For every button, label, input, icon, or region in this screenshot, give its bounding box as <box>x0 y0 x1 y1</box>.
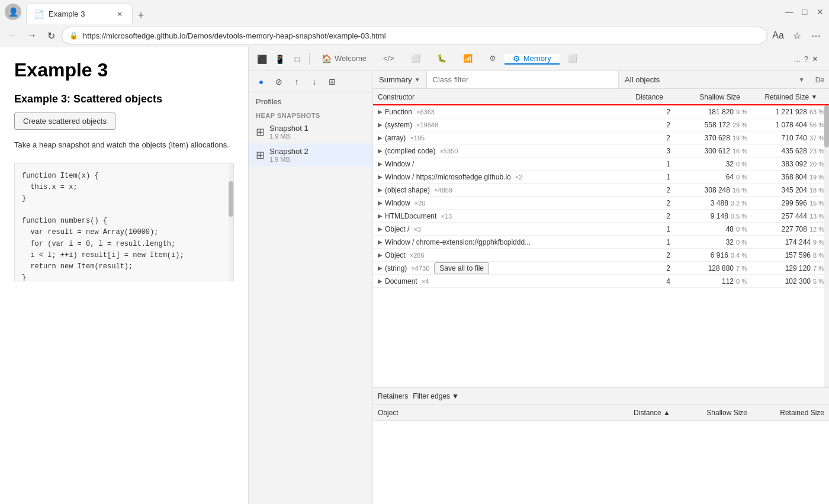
retainers-col-shallow[interactable]: Shallow Size <box>675 409 752 417</box>
window-controls: — □ ✕ <box>785 8 824 16</box>
save-all-to-file-button[interactable]: Save all to file <box>434 262 489 274</box>
navigation-bar: ← → ↻ 🔒 https://microsoftedge.github.io/… <box>0 24 829 47</box>
page-subtitle: Example 3: Scattered objects <box>14 93 234 105</box>
tab-performance[interactable]: ⚙ <box>481 54 505 65</box>
table-row[interactable]: ▶Window ×20 2 3 4880.2 % 299 59615 % <box>373 197 829 210</box>
load-profile-button[interactable]: ↓ <box>307 74 322 89</box>
memory-table-body: ▶Function ×6363 2 181 8209 % 1 221 92863… <box>373 105 829 387</box>
retainers-col-object: Object <box>373 409 628 417</box>
tab-favicon: 📄 <box>34 9 44 19</box>
summary-dropdown[interactable]: Summary ▼ <box>373 71 427 88</box>
tab-elements[interactable]: ⬜ <box>403 54 429 65</box>
devtools-close-icon[interactable]: ✕ <box>812 54 818 63</box>
header-shallow[interactable]: Shallow Size <box>668 93 745 101</box>
browser-tab[interactable]: 📄 Example 3 ✕ <box>26 4 133 24</box>
distance-sort-icon: ▲ <box>663 409 670 417</box>
more-tabs-button[interactable]: ... ? ✕ <box>788 54 824 65</box>
table-row[interactable]: ▶Window / 1 320 % 383 09220 % <box>373 158 829 171</box>
memory-toolbar: ● ⊘ ↑ ↓ ⊞ <box>249 71 372 92</box>
retainers-body-header: Object Distance ▲ Shallow Size Retained … <box>373 405 829 421</box>
retainers-header: Retainers Filter edges ▼ <box>373 388 829 405</box>
header-retained[interactable]: Retained Size ▼ <box>745 93 822 101</box>
close-button[interactable]: ✕ <box>816 8 824 16</box>
devtools-main: ● ⊘ ↑ ↓ ⊞ Profiles HEAP SNAPSHOTS ⊞ Snap… <box>249 71 829 504</box>
retainers-col-distance[interactable]: Distance ▲ <box>628 409 675 417</box>
more-button[interactable]: ⋯ <box>808 27 824 44</box>
tab-network[interactable]: 📶 <box>455 54 481 65</box>
header-distance[interactable]: Distance <box>621 93 668 101</box>
record-heap-snapshot-button[interactable]: ● <box>253 74 269 89</box>
reload-button[interactable]: ↻ <box>43 27 59 44</box>
table-row[interactable]: ▶Window / chrome-extension://gpphkfbcpid… <box>373 236 829 249</box>
code-line: this.x = x; <box>22 182 226 193</box>
collect-garbage-button[interactable]: ⊞ <box>324 74 340 89</box>
table-row[interactable]: ▶(compiled code) ×5350 3 300 61216 % 435… <box>373 145 829 158</box>
memory-main-view: Summary ▼ All objects ▼ De Constr <box>373 71 829 504</box>
table-row[interactable]: ▶Function ×6363 2 181 8209 % 1 221 92863… <box>373 105 829 118</box>
code-line: var result = new Array(10000); <box>22 227 226 238</box>
maximize-button[interactable]: □ <box>801 8 809 16</box>
table-row[interactable]: ▶(string) ×4730Save all to file 2 128 88… <box>373 262 829 275</box>
tab-bar: 📄 Example 3 ✕ + <box>26 0 780 24</box>
back-button[interactable]: ← <box>5 27 21 44</box>
snapshot-icon: ⊞ <box>256 126 265 139</box>
devtools-top-toolbar: ⬛ 📱 □ 🏠 Welcome </> ⬜ <box>249 47 829 71</box>
tab-welcome[interactable]: 🏠 Welcome <box>313 54 375 65</box>
tab-close-button[interactable]: ✕ <box>114 9 125 20</box>
page-content: Example 3 Example 3: Scattered objects C… <box>0 47 249 504</box>
header-constructor: Constructor <box>373 93 621 101</box>
sidebar-item-snapshot1[interactable]: ⊞ Snapshot 1 1.9 MB <box>249 120 372 143</box>
address-bar[interactable]: 🔒 https://microsoftedge.github.io/Demos/… <box>62 27 767 44</box>
code-line: function numbers() { <box>22 216 226 227</box>
memory-table-container: Constructor Distance Shallow Size Retain… <box>373 89 829 387</box>
table-row[interactable]: ▶(array) ×195 2 370 62819 % 710 74037 % <box>373 131 829 145</box>
inspect-element-button[interactable]: ⬛ <box>253 51 270 68</box>
table-row[interactable]: ▶Object ×286 2 6 9160.4 % 157 5968 % <box>373 249 829 262</box>
toolbar-separator <box>309 53 310 65</box>
take-snapshot-button[interactable]: ↑ <box>289 74 304 89</box>
detail-toggle[interactable]: De <box>811 76 829 84</box>
filter-edges-arrow: ▼ <box>452 392 459 400</box>
memory-icon: ⚙ <box>513 54 520 63</box>
minimize-button[interactable]: — <box>785 8 793 16</box>
class-filter-input[interactable] <box>427 71 619 88</box>
tab-sources[interactable]: </> <box>375 54 403 65</box>
favorites-button[interactable]: ☆ <box>789 27 805 44</box>
create-scattered-objects-button[interactable]: Create scattered objects <box>14 113 115 130</box>
code-line <box>22 204 226 216</box>
page-description: Take a heap snapshot and watch the objec… <box>14 139 234 151</box>
table-row[interactable]: ▶Object / ×3 1 480 % 227 70812 % <box>373 223 829 236</box>
sidebar-toggle-button[interactable]: □ <box>289 51 306 68</box>
tab-memory[interactable]: ⚙ Memory <box>505 54 560 65</box>
main-area: Example 3 Example 3: Scattered objects C… <box>0 47 829 504</box>
code-line: function Item(x) { <box>22 171 226 182</box>
devtools-sidebar: ● ⊘ ↑ ↓ ⊞ Profiles HEAP SNAPSHOTS ⊞ Snap… <box>249 71 373 504</box>
sidebar-item-snapshot2[interactable]: ⊞ Snapshot 2 1.9 MB <box>249 143 372 166</box>
device-toolbar-button[interactable]: 📱 <box>271 51 288 68</box>
all-objects-dropdown[interactable]: All objects ▼ <box>619 75 811 84</box>
new-tab-button[interactable]: + <box>133 7 149 24</box>
snapshot-size: 1.9 MB <box>269 133 309 140</box>
retainers-section: Retainers Filter edges ▼ Object Distance… <box>373 387 829 504</box>
table-row[interactable]: ▶(object shape) ×4859 2 308 24816 % 345 … <box>373 184 829 197</box>
forward-button[interactable]: → <box>24 27 40 44</box>
table-row[interactable]: ▶Window / https://microsoftedge.github.i… <box>373 171 829 184</box>
code-line: } <box>22 272 226 281</box>
reader-mode-button[interactable]: Aa <box>770 27 786 44</box>
lock-icon: 🔒 <box>69 31 78 40</box>
summary-dropdown-arrow: ▼ <box>415 76 420 83</box>
snapshot-icon-2: ⊞ <box>256 149 265 162</box>
tab-extra[interactable]: ⬜ <box>560 54 586 65</box>
table-row[interactable]: ▶(system) ×19848 2 558 17229 % 1 078 404… <box>373 118 829 131</box>
sidebar-profiles-label: Profiles <box>249 92 372 111</box>
snapshot-info: Snapshot 1 1.9 MB <box>269 124 309 140</box>
snapshot-name: Snapshot 1 <box>269 124 309 133</box>
retainers-col-retained[interactable]: Retained Size <box>752 409 829 417</box>
table-row[interactable]: ▶HTMLDocument ×13 2 9 1480.5 % 257 44413… <box>373 210 829 223</box>
filter-edges-button[interactable]: Filter edges ▼ <box>413 392 459 400</box>
table-scrollbar[interactable] <box>824 105 829 387</box>
page-title: Example 3 <box>14 59 234 81</box>
tab-debugger[interactable]: 🐛 <box>429 54 455 65</box>
table-row[interactable]: ▶Document ×4 4 1120 % 102 3005 % <box>373 275 829 288</box>
clear-button[interactable]: ⊘ <box>271 74 287 89</box>
